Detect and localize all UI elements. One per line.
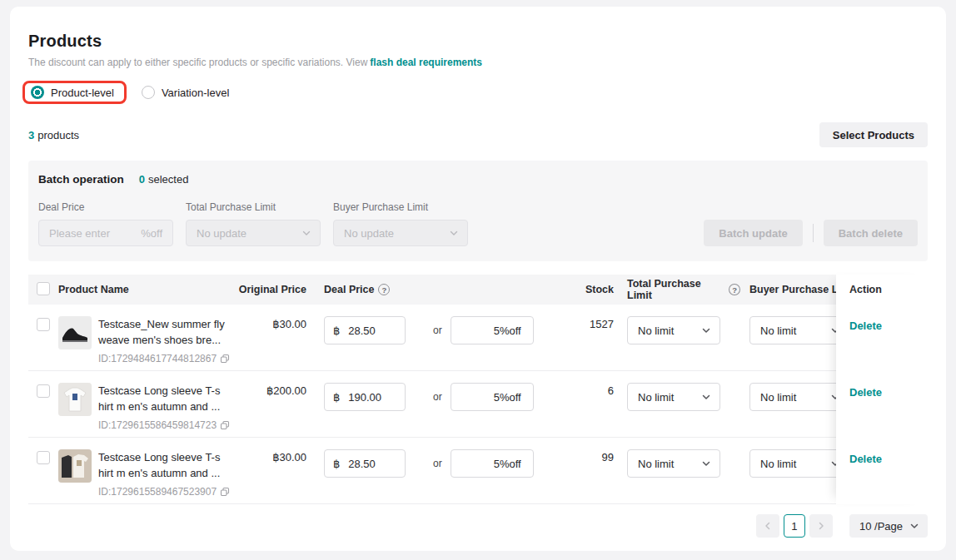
help-icon[interactable]: ? (378, 284, 390, 295)
product-level-label: Product-level (51, 87, 114, 99)
product-thumbnail-white-tshirt (58, 383, 92, 416)
batch-total-limit-label: Total Purchase Limit (186, 201, 321, 213)
help-icon[interactable]: ? (729, 284, 740, 295)
action-column: Action Delete Delete Delete (836, 275, 928, 504)
products-table: Product Name Original Price Deal Price ?… (28, 275, 928, 504)
percent-off-input[interactable] (451, 449, 534, 478)
select-products-button[interactable]: Select Products (819, 122, 928, 147)
chevron-down-icon (701, 325, 711, 335)
delete-link[interactable]: Delete (849, 386, 882, 399)
select-all-checkbox[interactable] (37, 282, 50, 295)
copy-icon[interactable] (220, 354, 230, 364)
header-action: Action (849, 275, 928, 305)
product-level-radio[interactable] (31, 86, 44, 99)
chevron-right-icon (816, 521, 826, 531)
total-limit-select[interactable]: No limit (627, 316, 720, 344)
original-price: ฿30.00 (272, 451, 306, 463)
batch-operation-title: Batch operation (38, 173, 124, 186)
table-row: Testcase_New summer fly weave men's shoe… (28, 305, 928, 371)
original-price: ฿200.00 (266, 384, 306, 397)
flash-deal-requirements-link[interactable]: flash deal requirements (370, 57, 482, 68)
row-checkbox[interactable] (37, 384, 50, 398)
chevron-down-icon (701, 392, 711, 402)
percent-off-input[interactable] (451, 316, 534, 344)
currency-symbol: ฿ (333, 325, 340, 337)
current-page[interactable]: 1 (784, 514, 805, 538)
batch-selected-count: 0selected (139, 173, 189, 186)
delete-link[interactable]: Delete (849, 320, 882, 332)
stock-value: 99 (602, 451, 614, 463)
page-title: Products (28, 32, 928, 51)
batch-buyer-limit-label: Buyer Purchase Limit (333, 201, 468, 213)
subtitle-text: The discount can apply to either specifi… (28, 57, 367, 68)
batch-deal-price-input[interactable]: %off (38, 220, 173, 246)
page-subtitle: The discount can apply to either specifi… (28, 57, 928, 68)
chevron-down-icon (449, 228, 459, 238)
batch-update-button[interactable]: Batch update (704, 220, 802, 246)
table-header-row: Product Name Original Price Deal Price ?… (28, 275, 928, 305)
header-stock: Stock (545, 284, 614, 295)
batch-total-limit-select[interactable]: No update (186, 220, 321, 246)
batch-deal-price-field[interactable] (49, 227, 136, 240)
batch-buyer-limit-select[interactable]: No update (333, 220, 468, 246)
product-thumbnail-two-tshirts (58, 449, 92, 483)
deal-price-input[interactable]: ฿ (324, 449, 406, 478)
header-original-price: Original Price (237, 284, 306, 295)
table-row: Testcase Long sleeve T-s hirt m en's aut… (28, 438, 928, 504)
header-total-limit: Total Purchase Limit (627, 278, 724, 301)
delete-link[interactable]: Delete (849, 453, 882, 465)
header-product-name: Product Name (58, 284, 237, 295)
currency-symbol: ฿ (333, 391, 340, 404)
currency-symbol: ฿ (333, 458, 340, 470)
or-label: or (433, 391, 442, 403)
product-name: Testcase Long sleeve T-s (98, 383, 230, 399)
copy-icon[interactable] (220, 420, 230, 430)
deal-price-input[interactable]: ฿ (324, 383, 406, 411)
buyer-limit-select[interactable]: No limit (749, 383, 849, 411)
total-limit-select[interactable]: No limit (627, 449, 720, 478)
batch-operation-panel: Batch operation 0selected Deal Price %of… (28, 161, 928, 261)
product-id: ID:1729615586459814723 (98, 419, 217, 431)
batch-deal-price-label: Deal Price (38, 201, 173, 213)
buyer-limit-select[interactable]: No limit (749, 449, 849, 478)
row-checkbox[interactable] (37, 318, 50, 331)
products-count: 3products (28, 127, 79, 142)
pagination: 1 10 /Page (28, 514, 928, 538)
batch-deal-price-group: Deal Price %off (38, 201, 173, 246)
total-limit-select[interactable]: No limit (627, 383, 720, 411)
highlight-red-box: Product-level (22, 81, 127, 104)
percent-off-input[interactable] (451, 383, 534, 411)
count-row: 3products Select Products (28, 122, 928, 147)
stock-value: 6 (608, 384, 614, 397)
product-name: Testcase_New summer fly (98, 316, 230, 332)
next-page-button[interactable] (809, 514, 833, 538)
original-price: ฿30.00 (272, 318, 306, 330)
chevron-down-icon (909, 521, 919, 531)
products-card: Products The discount can apply to eithe… (10, 7, 946, 551)
or-label: or (433, 325, 442, 336)
buyer-limit-select[interactable]: No limit (749, 316, 849, 344)
chevron-down-icon (301, 228, 311, 238)
or-label: or (433, 458, 442, 469)
stock-value: 1527 (590, 318, 614, 330)
batch-total-limit-group: Total Purchase Limit No update (186, 201, 321, 246)
header-deal-price: Deal Price (324, 284, 374, 295)
page-size-select[interactable]: 10 /Page (849, 514, 928, 538)
chevron-down-icon (701, 458, 711, 468)
batch-buyer-limit-group: Buyer Purchase Limit No update (333, 201, 468, 246)
variation-level-option[interactable]: Variation-level (142, 86, 229, 99)
prev-page-button[interactable] (756, 514, 779, 538)
variation-level-radio[interactable] (142, 86, 155, 99)
chevron-left-icon (763, 521, 773, 531)
product-thumbnail-black-sneaker (58, 316, 92, 349)
product-name: Testcase Long sleeve T-s (98, 449, 230, 465)
table-row: Testcase Long sleeve T-s hirt m en's aut… (28, 371, 928, 438)
batch-percent-suffix: %off (141, 227, 162, 240)
product-id: ID:1729484617744812867 (98, 353, 217, 364)
batch-delete-button[interactable]: Batch delete (824, 220, 918, 246)
deal-price-input[interactable]: ฿ (324, 316, 406, 344)
row-checkbox[interactable] (37, 451, 50, 464)
product-id: ID:1729615589467523907 (98, 486, 217, 498)
button-divider (813, 224, 814, 242)
copy-icon[interactable] (220, 487, 230, 497)
